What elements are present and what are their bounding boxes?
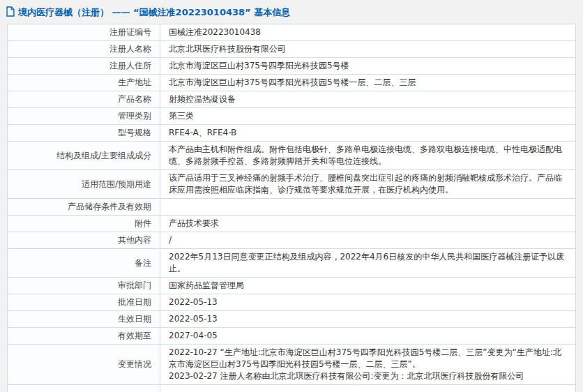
value-management-category: 第三类 — [160, 108, 576, 125]
value-effective-date: 2022-05-13 — [160, 311, 576, 328]
value-structure-composition: 本产品由主机和附件组成。附件包括电极针、多路单电极连接电缆、多路双电极连接电缆、… — [160, 142, 576, 170]
label-valid-until: 有效期至 — [8, 328, 160, 345]
document-icon — [6, 6, 15, 19]
label-intended-use: 适用范围/预期用途 — [8, 170, 160, 199]
value-approval-date: 2022-05-13 — [160, 294, 576, 311]
table-row: 生效日期 2022-05-13 — [8, 311, 576, 328]
page-title: 境内医疗器械（注册） —— “国械注准20223010438” 基本信息 — [18, 6, 290, 19]
value-production-address: 北京市海淀区巨山村375号四季阳光科技园5号楼一层、二层、三层 — [160, 75, 576, 91]
value-intended-use: 该产品适用于三叉神经痛的射频手术治疗、腰椎间盘突出症引起的疼痛的射频消融靶核成形… — [160, 170, 576, 199]
table-row: 注册人住所 北京市海淀区巨山村375号四季阳光科技园5号楼 — [8, 58, 576, 75]
value-model-specification: RFE4-A、RFE4-B — [160, 125, 576, 142]
label-other-content: 其他内容 — [8, 232, 160, 249]
value-change-records: 2022-10-27 “生产地址:北京市海淀区巨山村375号四季阳光科技园5号楼… — [160, 345, 576, 385]
value-remarks: 2022年5月13日同意变更正结构及组成内容，2022年4月6日核发的中华人民共… — [160, 249, 576, 278]
label-registrant-name: 注册人名称 — [8, 41, 160, 58]
value-note: 详情 — [160, 385, 576, 392]
table-row: 其他内容 / — [8, 232, 576, 249]
table-row: 生产地址 北京市海淀区巨山村375号四季阳光科技园5号楼一层、二层、三层 — [8, 75, 576, 91]
label-production-address: 生产地址 — [8, 75, 160, 91]
label-effective-date: 生效日期 — [8, 311, 160, 328]
table-row: 注册证编号 国械注准20223010438 — [8, 24, 576, 41]
label-change-records: 变更情况 — [8, 345, 160, 385]
label-note: ? 注 — [8, 385, 160, 392]
value-other-content: / — [160, 232, 576, 249]
table-row: 型号规格 RFE4-A、RFE4-B — [8, 125, 576, 142]
label-model-specification: 型号规格 — [8, 125, 160, 142]
table-row: 批准日期 2022-05-13 — [8, 294, 576, 311]
table-row: ? 注 详情 — [8, 385, 576, 392]
table-row: 审批部门 国家药品监督管理局 — [8, 278, 576, 294]
value-attachments: 产品技术要求 — [160, 216, 576, 232]
table-row: 管理类别 第三类 — [8, 108, 576, 125]
label-approval-department: 审批部门 — [8, 278, 160, 294]
value-reg-cert-number: 国械注准20223010438 — [160, 24, 576, 41]
table-row: 变更情况 2022-10-27 “生产地址:北京市海淀区巨山村375号四季阳光科… — [8, 345, 576, 385]
page: 境内医疗器械（注册） —— “国械注准20223010438” 基本信息 注册证… — [0, 0, 583, 392]
label-structure-composition: 结构及组成/主要组成成分 — [8, 142, 160, 170]
label-reg-cert-number: 注册证编号 — [8, 24, 160, 41]
label-registrant-address: 注册人住所 — [8, 58, 160, 75]
label-storage-conditions: 产品储存条件及有效期 — [8, 199, 160, 216]
table-row: 附件 产品技术要求 — [8, 216, 576, 232]
table-row: 备注 2022年5月13日同意变更正结构及组成内容，2022年4月6日核发的中华… — [8, 249, 576, 278]
label-remarks: 备注 — [8, 249, 160, 278]
label-attachments: 附件 — [8, 216, 160, 232]
table-row: 适用范围/预期用途 该产品适用于三叉神经痛的射频手术治疗、腰椎间盘突出症引起的疼… — [8, 170, 576, 199]
value-registrant-address: 北京市海淀区巨山村375号四季阳光科技园5号楼 — [160, 58, 576, 75]
value-product-name: 射频控温热凝设备 — [160, 91, 576, 108]
page-header: 境内医疗器械（注册） —— “国械注准20223010438” 基本信息 — [0, 0, 583, 24]
table-row: 产品储存条件及有效期 — [8, 199, 576, 216]
label-management-category: 管理类别 — [8, 108, 160, 125]
table-row: 产品名称 射频控温热凝设备 — [8, 91, 576, 108]
table-row: 结构及组成/主要组成成分 本产品由主机和附件组成。附件包括电极针、多路单电极连接… — [8, 142, 576, 170]
value-valid-until: 2027-04-05 — [160, 328, 576, 345]
label-product-name: 产品名称 — [8, 91, 160, 108]
table-row: 注册人名称 北京北琪医疗科技股份有限公司 — [8, 41, 576, 58]
value-storage-conditions — [160, 199, 576, 216]
label-approval-date: 批准日期 — [8, 294, 160, 311]
table-row: 有效期至 2027-04-05 — [8, 328, 576, 345]
basic-info-table: 注册证编号 国械注准20223010438 注册人名称 北京北琪医疗科技股份有限… — [7, 24, 576, 392]
value-approval-department: 国家药品监督管理局 — [160, 278, 576, 294]
value-registrant-name: 北京北琪医疗科技股份有限公司 — [160, 41, 576, 58]
